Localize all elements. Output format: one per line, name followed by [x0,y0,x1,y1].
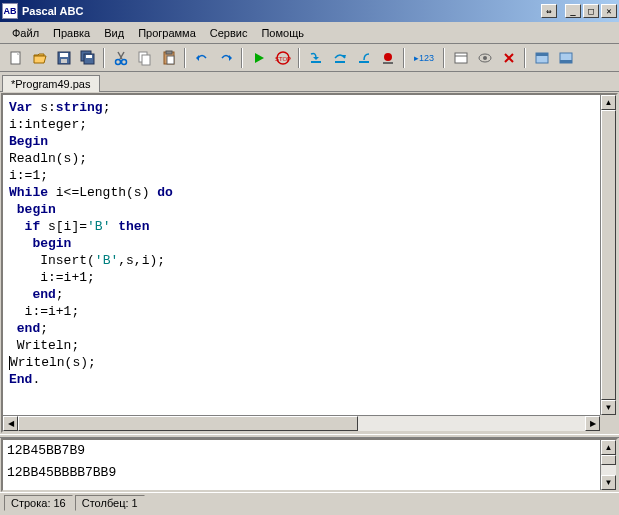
output-text: 12В45ВВ7В9 12ВВ45ВВВВ7ВВ9 [3,440,616,484]
close-button[interactable]: ✕ [601,4,617,18]
svg-rect-16 [311,61,321,63]
output-line: 12ВВ45ВВВВ7ВВ9 [7,464,612,482]
svg-rect-26 [536,53,548,56]
save-all-button[interactable] [76,47,99,69]
toolbar: STOP ▸123 [0,44,619,72]
menu-edit[interactable]: Правка [47,25,96,41]
scroll-up-icon[interactable]: ▲ [601,440,616,455]
svg-rect-6 [86,55,92,58]
scroll-right-icon[interactable]: ▶ [585,416,600,431]
svg-rect-21 [455,53,467,63]
collapse-button[interactable]: ⇔ [541,4,557,18]
status-bar: Строка: 16 Столбец: 1 [0,492,619,512]
undo-button[interactable] [190,47,213,69]
app-icon: AB [2,3,18,19]
svg-rect-20 [383,62,393,64]
svg-rect-13 [167,56,174,64]
menu-view[interactable]: Вид [98,25,130,41]
menu-help[interactable]: Помощь [255,25,310,41]
svg-point-19 [384,53,392,61]
output-button[interactable] [449,47,472,69]
output-line: 12В45ВВ7В9 [7,442,612,460]
svg-point-8 [121,59,126,64]
svg-rect-10 [142,55,150,65]
tab-bar: *Program49.pas [0,72,619,92]
menu-bar: Файл Правка Вид Программа Сервис Помощь [0,22,619,44]
panel2-button[interactable] [554,47,577,69]
output-panel[interactable]: 12В45ВВ7В9 12ВВ45ВВВВ7ВВ9 ▲ ▼ [1,438,618,492]
copy-button[interactable] [133,47,156,69]
editor-vscroll[interactable]: ▲ ▼ [600,95,616,415]
status-line: Строка: 16 [4,495,73,511]
save-button[interactable] [52,47,75,69]
step-into-button[interactable] [304,47,327,69]
menu-program[interactable]: Программа [132,25,202,41]
svg-rect-17 [335,61,345,63]
editor-hscroll[interactable]: ◀ ▶ [3,415,600,431]
breakpoint-button[interactable] [376,47,399,69]
cut-button[interactable] [109,47,132,69]
svg-rect-12 [166,51,172,54]
menu-service[interactable]: Сервис [204,25,254,41]
paste-button[interactable] [157,47,180,69]
view-button[interactable] [473,47,496,69]
svg-point-7 [115,59,120,64]
svg-point-24 [483,56,487,60]
step-over-button[interactable] [328,47,351,69]
window-title: Pascal ABC [22,5,541,17]
minimize-button[interactable]: _ [565,4,581,18]
code-editor[interactable]: Var s:string; i:integer; Begin Readln(s)… [1,93,618,433]
scroll-up-icon[interactable]: ▲ [601,95,616,110]
output-vscroll[interactable]: ▲ ▼ [600,440,616,490]
run-button[interactable] [247,47,270,69]
open-button[interactable] [28,47,51,69]
title-bar: AB Pascal ABC ⇔ _ □ ✕ [0,0,619,22]
svg-rect-2 [60,53,68,57]
watch-button[interactable]: ▸123 [409,47,439,69]
scroll-corner [600,415,616,431]
scroll-down-icon[interactable]: ▼ [601,475,616,490]
code-content[interactable]: Var s:string; i:integer; Begin Readln(s)… [3,95,616,415]
panel1-button[interactable] [530,47,553,69]
step-out-button[interactable] [352,47,375,69]
svg-rect-3 [61,59,67,63]
new-button[interactable] [4,47,27,69]
status-col: Столбец: 1 [75,495,145,511]
svg-rect-18 [359,61,369,63]
scroll-left-icon[interactable]: ◀ [3,416,18,431]
scroll-down-icon[interactable]: ▼ [601,400,616,415]
window-buttons: ⇔ _ □ ✕ [541,4,617,18]
svg-text:STOP: STOP [275,56,291,62]
redo-button[interactable] [214,47,237,69]
maximize-button[interactable]: □ [583,4,599,18]
file-tab[interactable]: *Program49.pas [2,75,100,92]
menu-file[interactable]: Файл [6,25,45,41]
clear-button[interactable] [497,47,520,69]
stop-button[interactable]: STOP [271,47,294,69]
svg-rect-28 [560,60,572,63]
